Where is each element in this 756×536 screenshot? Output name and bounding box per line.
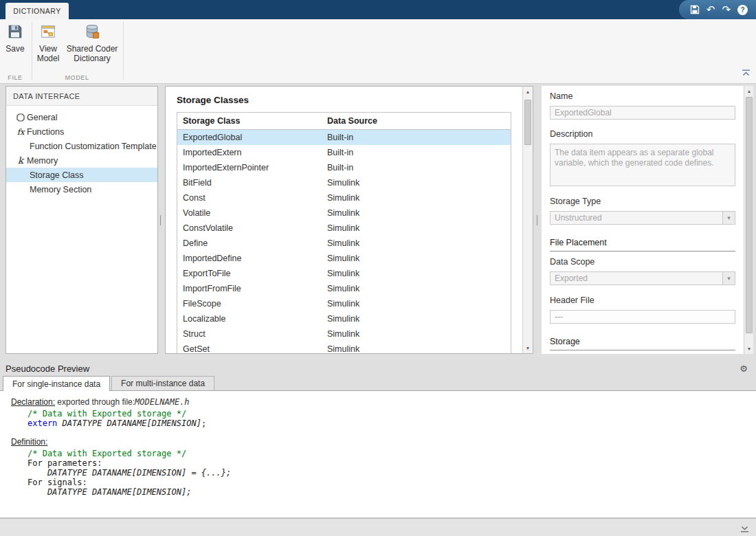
storage-class-cell: ImportedExtern (177, 148, 322, 157)
sidebar-item-label: Function Customization Template (30, 142, 157, 151)
scroll-thumb[interactable] (524, 100, 531, 145)
sidebar-item-memory-section[interactable]: Memory Section (6, 182, 157, 197)
sidebar-item-function-customization-template[interactable]: Function Customization Template (6, 139, 157, 153)
storage-type-value: Unstructured (551, 212, 722, 224)
save-icon[interactable] (690, 5, 700, 14)
view-model-button[interactable]: View Model (34, 23, 62, 63)
header-file-field[interactable]: --- (550, 310, 735, 324)
table-row-importedexternpointer[interactable]: ImportedExternPointerBuilt-in (177, 160, 511, 175)
table-row-getset[interactable]: GetSetSimulink (177, 342, 511, 354)
table-row-const[interactable]: ConstSimulink (177, 190, 511, 205)
save-file-icon (7, 23, 23, 42)
sidebar-item-storage-class[interactable]: Storage Class (6, 168, 157, 182)
collapse-toolstrip-icon[interactable] (742, 67, 751, 80)
table-scrollbar[interactable]: ▲ ▼ (522, 87, 533, 353)
table-row-localizable[interactable]: LocalizableSimulink (177, 311, 511, 326)
description-field[interactable]: The data item appears as a separate glob… (550, 144, 735, 186)
model-section-label: MODEL (34, 74, 120, 81)
storage-class-cell: Localizable (177, 314, 322, 324)
declaration-code: /* Data with Exported storage */extern D… (5, 409, 751, 428)
storage-type-label: Storage Type (550, 197, 735, 206)
toolstrip-separator (32, 22, 32, 80)
data-scope-label: Data Scope (550, 257, 735, 267)
sidebar-item-label: Memory Section (30, 185, 91, 194)
storage-class-cell: ImportedDefine (177, 254, 322, 263)
tab-for-single-instance-data[interactable]: For single-instance data (3, 376, 110, 391)
storage-classes-table: Storage ClassData Source ExportedGlobalB… (177, 112, 511, 354)
data-source-cell: Built-in (322, 148, 511, 157)
storage-class-cell: Define (177, 238, 322, 248)
property-scrollbar[interactable]: ▲ ▼ (744, 86, 753, 354)
scroll-down-button[interactable]: ▼ (744, 344, 754, 354)
bottom-strip (0, 518, 756, 536)
titlebar: DICTIONARY ↶ ↷ ? (0, 0, 756, 19)
sidebar-item-functions[interactable]: fxFunctions (6, 124, 157, 139)
chevron-down-icon[interactable]: ▾ (722, 272, 735, 284)
shared-coder-dictionary-button[interactable]: Shared Coder Dictionary (65, 23, 120, 63)
sidebar-panel: DATA INTERFACE GeneralfxFunctionsFunctio… (5, 86, 158, 354)
tab-for-multi-instance-data[interactable]: For multi-instance data (111, 376, 214, 390)
data-source-cell: Simulink (322, 299, 511, 309)
save-button[interactable]: Save (1, 23, 29, 54)
code-line: extern DATATYPE DATANAME[DIMENSION]; (27, 418, 751, 428)
toolstrip-separator (123, 22, 124, 80)
declaration-line: Declaration: exported through file:MODEL… (5, 397, 751, 407)
data-source-cell: Simulink (322, 314, 511, 324)
table-row-volatile[interactable]: VolatileSimulink (177, 205, 511, 221)
data-source-cell: Simulink (322, 178, 511, 188)
description-label: Description (550, 129, 735, 139)
column-header-data-source[interactable]: Data Source (322, 116, 511, 126)
sidebar-item-memory[interactable]: kMemory (6, 153, 157, 168)
declaration-text: exported through file: (55, 397, 135, 407)
table-row-exporttofile[interactable]: ExportToFileSimulink (177, 266, 511, 281)
code-line: /* Data with Exported storage */ (27, 449, 751, 458)
property-panel: Name ExportedGlobal Description The data… (542, 86, 744, 354)
header-file-label: Header File (550, 295, 735, 305)
file-placement-section: File Placement (550, 238, 735, 252)
sidebar-item-label: Storage Class (30, 170, 84, 180)
table-row-constvolatile[interactable]: ConstVolatileSimulink (177, 221, 511, 236)
table-row-importeddefine[interactable]: ImportedDefineSimulink (177, 251, 511, 266)
panel-splitter[interactable] (160, 215, 161, 225)
data-source-cell: Simulink (322, 284, 511, 293)
sidebar-title: DATA INTERFACE (6, 87, 157, 106)
storage-class-cell: Const (177, 193, 322, 203)
name-field[interactable]: ExportedGlobal (550, 106, 735, 120)
data-source-cell: Built-in (322, 163, 511, 172)
shared-coder-dictionary-icon (84, 23, 100, 42)
scroll-down-button[interactable]: ▼ (523, 343, 533, 353)
toolstrip: Save View Model Shared Coder Dictionary (0, 19, 756, 84)
table-row-bitfield[interactable]: BitFieldSimulink (177, 175, 511, 190)
help-icon[interactable]: ? (737, 5, 748, 15)
data-source-cell: Simulink (322, 269, 511, 278)
column-header-storage-class[interactable]: Storage Class (177, 116, 322, 126)
sidebar-item-general[interactable]: General (6, 110, 157, 124)
storage-class-cell: GetSet (177, 344, 322, 354)
table-row-importfromfile[interactable]: ImportFromFileSimulink (177, 281, 511, 296)
scroll-up-button[interactable]: ▲ (523, 87, 533, 97)
scroll-thumb[interactable] (746, 97, 753, 333)
storage-class-cell: ImportFromFile (177, 284, 322, 293)
definition-label: Definition: (11, 437, 47, 447)
quick-access-toolbar: ↶ ↷ ? (679, 0, 756, 19)
table-row-struct[interactable]: StructSimulink (177, 326, 511, 342)
table-row-exportedglobal[interactable]: ExportedGlobalBuilt-in (177, 130, 511, 145)
functions-icon: fx (14, 127, 27, 137)
table-row-importedextern[interactable]: ImportedExternBuilt-in (177, 145, 511, 160)
collapse-preview-icon[interactable] (740, 524, 749, 536)
storage-class-cell: ExportToFile (177, 269, 322, 278)
gear-icon[interactable]: ⚙ (740, 364, 748, 374)
table-row-define[interactable]: DefineSimulink (177, 236, 511, 251)
tab-dictionary[interactable]: DICTIONARY (5, 3, 69, 19)
storage-class-cell: Volatile (177, 208, 322, 218)
undo-icon[interactable]: ↶ (707, 5, 715, 15)
data-scope-dropdown[interactable]: Exported ▾ (550, 271, 735, 285)
sidebar-item-label: General (27, 113, 57, 122)
panel-splitter[interactable] (537, 215, 537, 225)
scroll-up-button[interactable]: ▲ (744, 86, 754, 96)
chevron-down-icon[interactable]: ▾ (722, 212, 735, 224)
table-row-filescope[interactable]: FileScopeSimulink (177, 296, 511, 311)
redo-icon[interactable]: ↷ (722, 5, 731, 15)
data-scope-value: Exported (551, 272, 722, 284)
storage-type-dropdown[interactable]: Unstructured ▾ (550, 211, 735, 225)
